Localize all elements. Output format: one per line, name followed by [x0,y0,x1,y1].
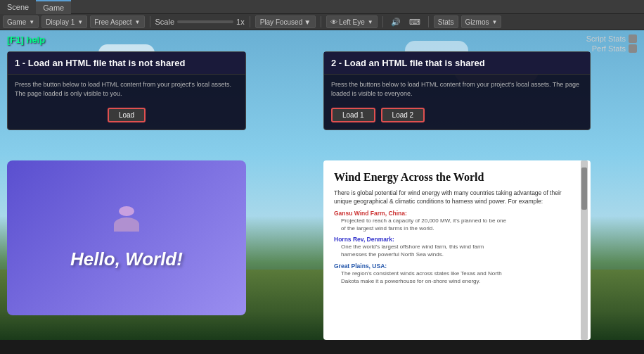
game-dropdown[interactable]: Game ▼ [3,15,39,28]
gansu-detail: Projected to reach a capacity of 20,000 … [341,217,580,232]
play-focused-label: Play Focused [260,18,303,26]
load-button-2a[interactable]: Load 1 [331,108,375,122]
aspect-arrow: ▼ [135,19,141,25]
avatar-head [119,206,134,216]
display-label: Display 1 [46,18,75,26]
gizmos-button[interactable]: Gizmos ▼ [461,15,502,28]
sep-5 [428,16,429,27]
f1-help-text: [F1] help [7,34,45,45]
perf-stats-row[interactable]: Perf Stats [592,44,637,53]
play-focused-arrow: ▼ [304,18,311,26]
hello-world-text: Hello, World! [70,248,183,270]
tab-game[interactable]: Game [36,0,71,14]
top-tab-bar: Scene Game [0,0,644,14]
scale-control: Scale 1x [155,18,245,26]
script-stats-row[interactable]: Script Stats [586,34,637,43]
aspect-label: Free Aspect [94,18,131,26]
horns-title: Horns Rev, Denmark: [334,236,580,243]
gansu-title: Gansu Wind Farm, China: [334,210,580,217]
game-viewport: [F1] help Script Stats Perf Stats 1 - Lo… [0,30,644,340]
scale-value: 1x [236,18,245,26]
script-stats-toggle[interactable] [629,34,637,43]
stats-label: Stats [438,18,454,26]
panel-load-not-shared: 1 - Load an HTML file that is not shared… [7,51,246,130]
scroll-thumb[interactable] [581,167,587,210]
sep-4 [382,16,383,27]
left-eye-label: Left Eye [339,18,365,26]
game-arrow: ▼ [29,19,34,25]
sep-2 [250,16,250,27]
left-eye-icon: 👁 [330,18,337,26]
scroll-bar[interactable] [581,160,588,340]
perf-stats-label: Perf Stats [592,44,626,53]
stats-button[interactable]: Stats [434,15,458,28]
great-plains-title: Great Plains, USA: [334,263,580,270]
audio-button[interactable]: 🔊 [388,17,404,27]
load-button-1[interactable]: Load [108,108,146,122]
wind-panel-intro: There is global potential for wind energ… [334,189,580,206]
wind-panel-title: Wind Energy Across the World [334,171,580,184]
play-focused-dropdown[interactable]: Play Focused ▼ [255,15,316,28]
display-arrow: ▼ [77,19,83,25]
scale-label: Scale [155,18,175,26]
panel-1-btn-container: Load [8,103,245,129]
aspect-dropdown[interactable]: Free Aspect ▼ [90,15,144,28]
toolbar: Game ▼ Display 1 ▼ Free Aspect ▼ Scale 1… [0,14,644,30]
perf-stats-toggle[interactable] [629,44,637,53]
game-label: Game [7,18,26,26]
display-dropdown[interactable]: Display 1 ▼ [41,15,87,28]
panel-1-header: 1 - Load an HTML file that is not shared [8,52,245,75]
gizmos-label: Gizmos [465,18,489,26]
panel-2-btn-container: Load 1 Load 2 [324,103,590,129]
tab-scene[interactable]: Scene [0,0,36,14]
wind-energy-panel: Wind Energy Across the World There is gl… [323,160,591,340]
sep-1 [150,16,150,27]
panel-load-shared: 2 - Load an HTML file that is shared Pre… [323,51,591,130]
gizmos-arrow: ▼ [491,19,497,25]
sep-3 [321,16,321,27]
horns-detail: One the world's largest offshore wind fa… [341,243,580,258]
avatar-body [114,217,139,232]
great-plains-detail: The region's consistent winds across sta… [341,270,580,285]
left-eye-arrow: ▼ [368,19,373,25]
panel-1-body: Press the button below to load HTML cont… [8,75,245,103]
keyboard-button[interactable]: ⌨ [406,17,423,27]
scale-bar[interactable] [177,20,233,23]
panel-2-header: 2 - Load an HTML file that is shared [324,52,590,75]
script-stats-label: Script Stats [586,34,626,43]
stats-panel: Script Stats Perf Stats [586,34,637,53]
hello-world-panel: Hello, World! [7,160,246,315]
left-eye-dropdown[interactable]: 👁 Left Eye ▼ [326,15,378,28]
load-button-2b[interactable]: Load 2 [381,108,425,122]
avatar-icon [109,206,144,234]
panel-2-body: Press the buttons below to load HTML con… [324,75,590,103]
